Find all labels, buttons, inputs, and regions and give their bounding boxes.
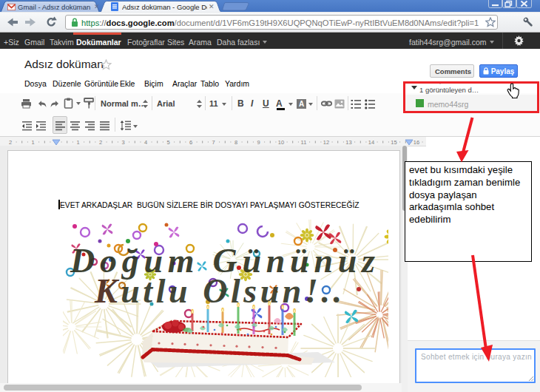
svg-text:1: 1 [76,139,79,146]
svg-text:11: 11 [301,139,307,146]
svg-text:5: 5 [166,139,169,146]
svg-text:9: 9 [257,139,260,146]
svg-text:8: 8 [234,139,237,146]
svg-text:3: 3 [121,139,124,146]
svg-text:Kutlu Olsun!..: Kutlu Olsun!.. [94,272,342,310]
svg-text:13: 13 [345,139,351,146]
svg-text:10: 10 [278,139,284,146]
svg-text:14: 14 [368,139,374,146]
svg-text:6: 6 [189,139,192,146]
svg-text:2: 2 [9,139,12,146]
svg-text:K: K [94,272,120,310]
svg-text:2: 2 [99,139,102,146]
svg-text:4: 4 [144,139,147,146]
svg-text:16: 16 [414,139,419,146]
svg-text:12: 12 [323,139,329,146]
svg-text:15: 15 [391,139,396,146]
svg-text:1: 1 [31,139,34,146]
svg-text:7: 7 [212,139,215,146]
